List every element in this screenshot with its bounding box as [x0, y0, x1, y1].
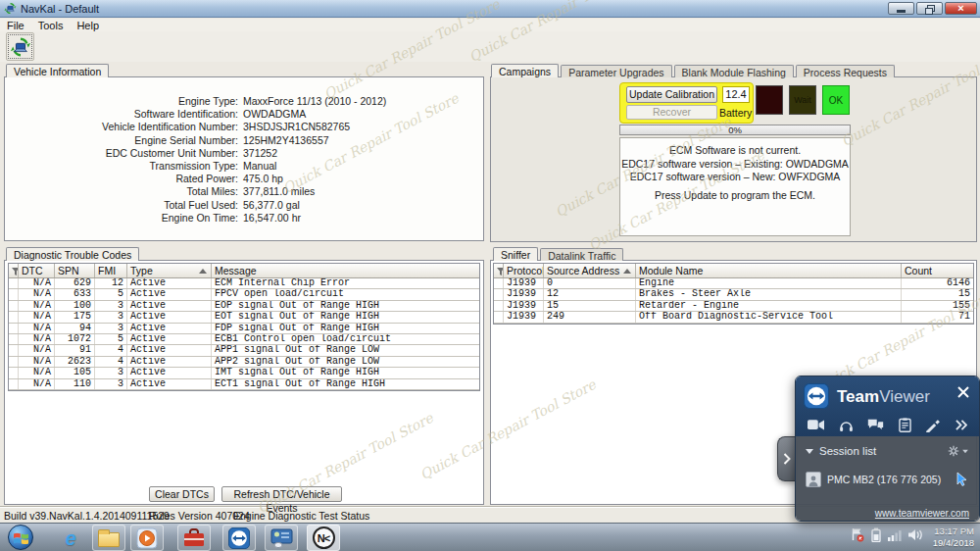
headset-icon[interactable] [839, 419, 854, 432]
sniffer-filter-header[interactable] [494, 264, 504, 277]
dtc-table-row[interactable]: N/A 91 4 Active APP1 signal Out of Range… [9, 345, 479, 356]
sniffer-cell-protocol: J1939 [504, 289, 544, 299]
sniffer-table-row[interactable]: J1939 15 Retarder - Engine 155 [494, 301, 973, 312]
dtc-table-row[interactable]: N/A 105 3 Active IMT signal Out of Range… [9, 368, 479, 378]
dtc-table-row[interactable]: N/A 633 5 Active FPCV open load/circuit [9, 289, 479, 300]
connect-vehicle-button[interactable] [6, 32, 34, 61]
dtc-col-fmi[interactable]: FMI [95, 264, 127, 277]
sort-ascending-icon [623, 269, 631, 274]
tab-parameter-upgrades[interactable]: Parameter Upgrades [561, 65, 671, 77]
sniffer-table-row[interactable]: J1939 0 Engine 6146 [494, 278, 973, 289]
chat-icon[interactable] [867, 419, 884, 431]
restore-button[interactable] [916, 2, 943, 15]
vehicle-info-row: Engine On Time: 16,547.00 hr [5, 212, 483, 225]
sniffer-col-module[interactable]: Module Name [636, 264, 902, 277]
dtc-cell-dtc: N/A [19, 368, 55, 377]
taskbar-clock[interactable]: 13:17 PM 19/4/2018 [933, 526, 974, 549]
dtc-cell-fmi: 12 [95, 278, 127, 288]
close-button[interactable]: × [945, 2, 977, 15]
more-chevrons-icon[interactable] [955, 420, 967, 430]
clock-time: 13:17 PM [933, 526, 974, 537]
window-title: NavKal - Default [21, 3, 99, 15]
window-titlebar[interactable]: NavKal - Default × [0, 0, 980, 18]
dtc-filter-header[interactable] [9, 264, 19, 277]
action-center-icon[interactable] [851, 527, 864, 542]
dtc-cell-message: APP2 signal Out of Range LOW [212, 357, 479, 367]
refresh-dtc-button[interactable]: Refresh DTC/Vehicle Events [221, 486, 342, 502]
tab-sniffer[interactable]: Sniffer [493, 247, 538, 261]
teamviewer-link[interactable]: www.teamviewer.com [875, 508, 969, 519]
session-list-header[interactable]: Session list [806, 445, 876, 457]
update-calibration-button[interactable]: Update Calibration [626, 86, 717, 103]
windows-flag-icon [14, 531, 28, 544]
menu-help[interactable]: Help [70, 20, 106, 31]
video-icon[interactable] [808, 419, 824, 431]
sniffer-col-count[interactable]: Count [902, 264, 973, 277]
tab-datalink-traffic[interactable]: Datalink Traffic [540, 248, 623, 261]
menu-tools[interactable]: Tools [31, 20, 71, 31]
vehicle-info-value: 475.0 hp [238, 173, 283, 185]
dtc-table-row[interactable]: N/A 94 3 Active FDP signal Out of Range … [9, 324, 479, 334]
teamviewer-body: Session list PMC MB2 (176 776 205) www.t… [796, 436, 979, 522]
remote-cursor-icon[interactable] [956, 472, 969, 486]
ecm-message-line: EDC17 software version – New: OWFXDGMA [620, 171, 850, 184]
battery-icon[interactable] [871, 527, 881, 542]
taskbar-navkal-button[interactable]: N< [307, 525, 340, 551]
taskbar-media-player-button[interactable] [130, 525, 164, 551]
brush-icon[interactable] [925, 419, 940, 432]
session-item[interactable]: PMC MB2 (176 776 205) [806, 472, 941, 487]
start-button[interactable] [8, 525, 33, 550]
vehicle-info-value: 125HM2Y4136557 [238, 134, 329, 147]
tab-blank-module-flashing[interactable]: Blank Module Flashing [674, 65, 794, 77]
taskbar-explorer-button[interactable] [92, 525, 125, 551]
taskbar-toolbox-button[interactable] [177, 525, 211, 551]
sniffer-cell-protocol: J1939 [504, 278, 544, 288]
teamviewer-collapse-handle[interactable] [777, 436, 796, 481]
dtc-table-row[interactable]: N/A 110 3 Active ECT1 signal Out of Rang… [9, 379, 479, 390]
sniffer-table-row[interactable]: J1939 12 Brakes - Steer Axle 15 [494, 289, 973, 300]
dtc-cell-dtc: N/A [19, 334, 55, 344]
sniffer-col-protocol[interactable]: Protocol [504, 264, 544, 277]
sniffer-table-row[interactable]: J1939 249 Off Board Diagnostic-Service T… [494, 312, 973, 323]
dtc-table-row[interactable]: N/A 1072 5 Active ECB1 Control open load… [9, 334, 479, 345]
vehicle-info-row: Total Miles: 377,811.0 miles [5, 185, 483, 198]
dtc-table-row[interactable]: N/A 175 3 Active EOT signal Out of Range… [9, 312, 479, 323]
taskbar-teamviewer-button[interactable] [222, 525, 256, 551]
tab-process-requests[interactable]: Process Requests [796, 65, 895, 77]
dtc-col-message[interactable]: Message [212, 264, 479, 277]
menu-file[interactable]: File [0, 20, 31, 31]
clear-dtcs-button[interactable]: Clear DTCs [149, 486, 215, 502]
dtc-table-row[interactable]: N/A 629 12 Active ECM Internal Chip Erro… [9, 278, 479, 289]
teamviewer-close-icon[interactable] [957, 386, 969, 398]
dtc-cell-message: EOT signal Out of Range HIGH [212, 312, 479, 322]
dtc-col-dtc[interactable]: DTC [19, 264, 55, 277]
tab-vehicle-information[interactable]: Vehicle Information [6, 64, 109, 77]
dtc-table-row[interactable]: N/A 100 3 Active EOP signal Out of Range… [9, 301, 479, 312]
sniffer-cell-module: Brakes - Steer Axle [636, 289, 902, 299]
minimize-button[interactable] [888, 2, 914, 15]
dtc-cell-message: ECB1 Control open load/circuit [212, 334, 479, 344]
dtc-col-type[interactable]: Type [127, 264, 212, 277]
sniffer-col-source[interactable]: Source Address [544, 264, 636, 277]
taskbar-ie-button[interactable]: e [54, 525, 87, 551]
teamviewer-logo [804, 383, 829, 409]
vehicle-info-label: Total Fuel Used: [5, 199, 238, 212]
network-icon[interactable] [888, 528, 902, 541]
vehicle-info-value: MaxxForce 11/13 (2010 - 2012) [238, 95, 386, 108]
session-settings-button[interactable] [948, 445, 969, 457]
tab-campaigns[interactable]: Campaigns [491, 64, 559, 77]
recover-button[interactable]: Recover [626, 105, 717, 120]
volume-icon[interactable] [908, 528, 923, 541]
dtc-cell-fmi: 4 [95, 345, 127, 355]
teamviewer-window: TeamViewer Session list [777, 376, 980, 522]
dtc-table-row[interactable]: N/A 2623 4 Active APP2 signal Out of Ran… [9, 357, 479, 368]
clipboard-icon[interactable] [899, 418, 911, 432]
dtc-cell-fmi: 3 [95, 324, 127, 333]
taskbar-device-panel-button[interactable] [265, 525, 298, 551]
tab-diagnostic-trouble-codes[interactable]: Diagnostic Trouble Codes [6, 247, 139, 261]
status-box-fail [756, 85, 783, 115]
dtc-col-spn[interactable]: SPN [55, 264, 95, 277]
battery-label: Battery [719, 107, 752, 119]
sniffer-cell-count: 6146 [902, 278, 973, 288]
sort-ascending-icon [199, 269, 207, 274]
